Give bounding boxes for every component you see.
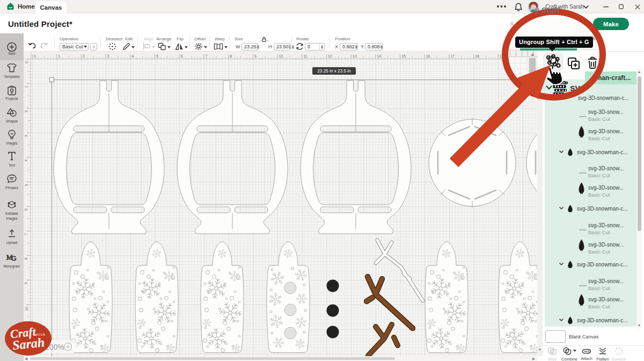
- layers-scroll-up-icon[interactable]: ▲: [636, 70, 642, 74]
- offset-button[interactable]: [194, 42, 203, 50]
- width-input[interactable]: 23.25: [241, 43, 258, 50]
- selection-handle[interactable]: [50, 78, 54, 82]
- notifications-bell-icon[interactable]: [514, 3, 523, 12]
- scroll-right-arrow-icon[interactable]: ▶: [532, 357, 535, 361]
- home-nav[interactable]: Home: [6, 2, 35, 10]
- layer-thumbnail: [579, 126, 584, 140]
- canvas-horizontal-scrollbar[interactable]: ◀ ▶: [24, 356, 537, 361]
- x-stepper[interactable]: [355, 44, 357, 50]
- layer-item-row[interactable]: svg-3D-snow...Basic Cut: [545, 219, 636, 236]
- attach-button[interactable]: Attach: [577, 347, 596, 361]
- layer-group-row[interactable]: svg-3D-snowman-c...: [545, 146, 636, 157]
- y-label: Y: [361, 44, 364, 49]
- deselect-button[interactable]: [108, 42, 116, 50]
- layer-item-row[interactable]: svg-3D-snow...Basic Cut: [545, 182, 636, 199]
- layer-thumbnail: [579, 167, 587, 177]
- make-button[interactable]: Make: [593, 18, 629, 30]
- layer-group-row[interactable]: svg-3D-snowman-c...: [545, 203, 636, 213]
- canvas-vertical-scrollbar[interactable]: ▼: [537, 52, 543, 356]
- width-stepper[interactable]: [257, 44, 259, 50]
- group-chevron-icon[interactable]: [559, 262, 564, 266]
- group-chevron-icon[interactable]: [559, 150, 564, 154]
- design-canvas[interactable]: .cut { fill:#fdfdfc; stroke:#a6a6a6; str…: [31, 59, 537, 356]
- toolbar-separator: [229, 37, 230, 48]
- hscroll-thumb[interactable]: [30, 357, 395, 360]
- group-chevron-icon[interactable]: [559, 318, 564, 322]
- shapes-icon: [6, 107, 17, 117]
- layers-scrollbar[interactable]: ▲ ▼: [636, 69, 642, 329]
- action-label: Attach: [577, 356, 596, 361]
- warp-caret-icon[interactable]: [224, 46, 228, 48]
- sidebar-item-label: Text: [0, 163, 24, 168]
- edit-button[interactable]: [122, 42, 130, 50]
- svg-text:G: G: [11, 254, 16, 262]
- operation-help-button[interactable]: ?: [90, 43, 97, 50]
- svg-text:1: 1: [25, 86, 28, 88]
- scroll-down-arrow-icon[interactable]: ▼: [538, 348, 542, 352]
- blank-canvas-swatch[interactable]: [545, 330, 566, 343]
- more-menu-icon[interactable]: [496, 4, 506, 9]
- svg-text:2: 2: [83, 54, 85, 58]
- delete-icon[interactable]: [587, 56, 598, 69]
- redo-button[interactable]: [40, 42, 48, 49]
- undo-button[interactable]: [28, 42, 36, 49]
- arrange-caret-icon[interactable]: [167, 46, 171, 48]
- blank-canvas-row[interactable]: Blank Canvas: [543, 329, 642, 345]
- arrange-button[interactable]: [158, 42, 166, 50]
- x-position-input[interactable]: 0.882: [340, 43, 358, 50]
- svg-text:8: 8: [230, 54, 232, 58]
- edit-caret-icon[interactable]: [131, 46, 135, 48]
- combine-caret-icon[interactable]: [573, 350, 576, 352]
- operation-select[interactable]: Basic Cut: [60, 43, 89, 50]
- window-minimize-button[interactable]: [602, 0, 610, 13]
- svg-text:18: 18: [475, 54, 479, 58]
- layer-group-row[interactable]: svg-3D-snowman-c...: [545, 258, 636, 269]
- layer-label: svg-3D-snowman-c...: [577, 262, 627, 268]
- layer-item-row[interactable]: svg-3D-snow...Basic Cut: [545, 125, 636, 142]
- align-button[interactable]: [143, 42, 151, 50]
- window-close-button[interactable]: [633, 0, 642, 13]
- rotate-button[interactable]: [296, 42, 304, 50]
- combine-button[interactable]: Combine: [560, 347, 579, 361]
- sidebar-item-label: New: [0, 52, 24, 56]
- flip-caret-icon[interactable]: [185, 46, 188, 48]
- canvas-artboard[interactable]: .cut { fill:#fdfdfc; stroke:#a6a6a6; str…: [31, 59, 537, 356]
- layer-label: svg-3D-snow...: [588, 297, 624, 302]
- layer-group-row[interactable]: svg-3D-snowman-c...: [545, 314, 636, 325]
- account-chevron-down-icon[interactable]: [583, 5, 589, 9]
- toolbar-separator: [189, 37, 190, 48]
- flip-button[interactable]: [175, 42, 184, 50]
- rotate-stepper[interactable]: [319, 44, 324, 50]
- svg-text:9: 9: [25, 282, 28, 284]
- zoom-in-button[interactable]: +: [64, 343, 72, 351]
- height-input[interactable]: 23.501: [274, 43, 290, 50]
- action-label: Slice: [543, 357, 561, 361]
- layer-operation: Basic Cut: [588, 285, 610, 291]
- edit-label: Edit: [125, 37, 133, 41]
- group-chevron-icon[interactable]: [559, 206, 564, 210]
- scroll-left-arrow-icon[interactable]: ◀: [25, 357, 27, 361]
- toolbar-separator: [54, 37, 55, 48]
- offset-caret-icon[interactable]: [204, 46, 207, 48]
- canvas-tab[interactable]: Canvas: [35, 1, 67, 13]
- layers-scroll-down-icon[interactable]: ▼: [636, 323, 642, 327]
- hand-cursor-icon: [542, 64, 570, 94]
- y-position-input[interactable]: 0.808: [365, 43, 383, 50]
- action-label: Flatten: [594, 357, 612, 361]
- layer-item-row[interactable]: svg-3D-snow...Basic Cut: [545, 239, 636, 256]
- size-badge: 23.25 in x 23.5 in: [312, 67, 356, 75]
- lock-aspect-icon[interactable]: [259, 36, 269, 44]
- y-stepper[interactable]: [380, 44, 383, 50]
- layer-item-row[interactable]: svg-3D-snow...Basic Cut: [545, 162, 636, 179]
- window-maximize-button[interactable]: [617, 0, 625, 13]
- layer-item-row[interactable]: svg-3D-snow...Basic Cut: [545, 106, 636, 123]
- svg-text:5: 5: [25, 184, 28, 186]
- layer-operation: Basic Cut: [588, 229, 610, 235]
- layers-scroll-thumb[interactable]: [638, 76, 641, 231]
- rotate-input[interactable]: 0: [305, 43, 325, 50]
- flatten-button[interactable]: Flatten: [594, 347, 612, 361]
- warp-button[interactable]: [214, 42, 223, 50]
- svg-text:8: 8: [25, 258, 28, 260]
- layer-item-row[interactable]: svg-3D-snow...Basic Cut: [545, 275, 636, 292]
- layer-item-row[interactable]: svg-3D-snow...Basic Cut: [545, 293, 636, 311]
